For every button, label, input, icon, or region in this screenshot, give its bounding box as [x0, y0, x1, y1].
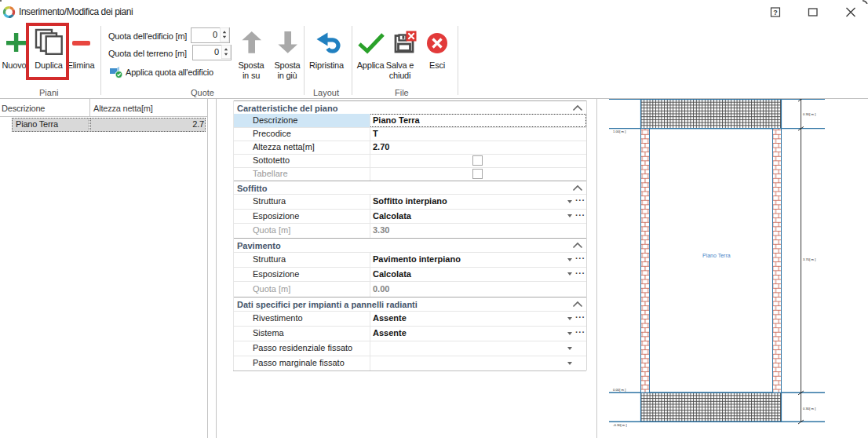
svg-text:1.00[ m ]: 1.00[ m ]	[613, 130, 625, 133]
svg-text:-0.30[ m ]: -0.30[ m ]	[613, 423, 627, 427]
svg-text:0.30[ m ]: 0.30[ m ]	[803, 407, 815, 411]
svg-text:0.00[ m ]: 0.00[ m ]	[613, 388, 625, 392]
svg-text:0.30[ m ]: 0.30[ m ]	[803, 112, 815, 116]
svg-text:3.70[ m ]: 3.70[ m ]	[803, 257, 815, 261]
svg-text:Piano Terra: Piano Terra	[702, 253, 731, 258]
svg-text:?: ?	[773, 9, 778, 16]
